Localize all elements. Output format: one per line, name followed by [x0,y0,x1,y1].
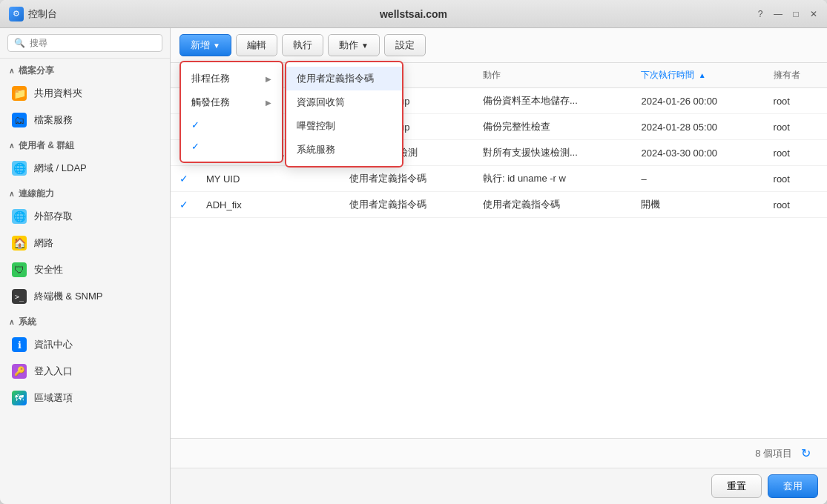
row-owner: root [765,192,827,218]
sidebar-item-domain-ldap[interactable]: 🌐 網域 / LDAP [0,155,170,182]
sidebar-item-external-access[interactable]: 🌐 外部存取 [0,203,170,230]
run-button-label: 執行 [293,39,312,52]
edit-button[interactable]: 編輯 [236,34,277,56]
row-next-run: 2024-03-30 00:00 [632,140,764,166]
section-header-connectivity[interactable]: ∧ 連線能力 [0,182,170,203]
submenu-item-label: 嗶聲控制 [297,120,335,131]
network-icon: 🏠 [12,236,27,251]
submenu-item-beep-control[interactable]: 嗶聲控制 [286,114,402,138]
sort-arrow-icon: ▲ [699,71,706,79]
add-button[interactable]: 新增 ▼ [179,34,231,56]
sidebar-item-terminal-snmp[interactable]: >_ 終端機 & SNMP [0,283,170,310]
section-label-file-share: 檔案分享 [19,64,54,77]
login-portal-icon: 🔑 [12,364,27,379]
row-owner: root [765,140,827,166]
action-button[interactable]: 動作 ▼ [328,34,380,56]
row-name: MY UID [197,166,340,192]
sidebar-item-login-portal[interactable]: 🔑 登入入口 [0,358,170,385]
row-action: 備份完整性檢查 [474,114,633,140]
row-type: 使用者定義指令碼 [340,192,474,218]
dropdown-item-label: 排程任務 [191,72,230,85]
terminal-icon: >_ [12,289,27,304]
dropdown-item-scheduled-task[interactable]: 排程任務 ▶ [181,67,282,90]
row-owner: root [765,114,827,140]
search-input-wrap[interactable]: 🔍 [7,34,162,52]
sidebar-item-label: 檔案服務 [34,113,73,127]
chevron-right-icon: ▶ [266,99,271,107]
sidebar-item-label: 登入入口 [34,365,73,378]
sidebar-item-label: 區域選項 [34,391,73,405]
section-header-system[interactable]: ∧ 系統 [0,310,170,331]
table-row[interactable]: ✓ ADH_fix 使用者定義指令碼 使用者定義指令碼 開機 root [171,192,827,218]
row-next-run: 2024-01-28 05:00 [632,114,764,140]
add-dropdown-container: 排程任務 ▶ 觸發任務 ▶ ✓ ✓ [179,61,283,163]
submenu-item-system-service[interactable]: 系統服務 [286,138,402,162]
row-name: ADH_fix [197,192,340,218]
content-area: 新增 ▼ 編輯 執行 動作 ▼ 設定 [171,28,827,504]
section-label-connectivity: 連線能力 [19,188,54,200]
row-check: ✓ [171,166,197,192]
section-header-file-share[interactable]: ∧ 檔案分享 [0,59,170,80]
add-chevron-icon: ▼ [213,42,220,50]
apply-button[interactable]: 套用 [768,474,818,498]
reset-button[interactable]: 重置 [711,474,762,498]
item-count: 8 個項目 [182,447,792,460]
sidebar: 🔍 ∧ 檔案分享 📁 共用資料夾 🗂 檔案服務 ∧ 使用者 & 群組 [0,28,171,504]
action-chevron-icon: ▼ [361,42,369,50]
app-name: 控制台 [28,7,57,21]
main-window: ⚙ 控制台 wellstsai.com ? — □ ✕ 🔍 ∧ [0,0,827,504]
action-bar: 重置 套用 [171,468,827,504]
refresh-button[interactable]: ↻ [797,445,815,462]
sidebar-item-file-service[interactable]: 🗂 檔案服務 [0,107,170,133]
minimize-button[interactable]: — [772,8,784,20]
chevron-right-icon: ∧ [9,142,14,150]
chevron-down-icon: ∧ [9,190,14,198]
search-input[interactable] [30,38,156,48]
app-icon: ⚙ [9,7,24,21]
dropdown-item-check2[interactable]: ✓ [181,136,282,157]
dropdown-item-check1[interactable]: ✓ [181,114,282,136]
chevron-down-icon: ∧ [9,67,14,75]
row-owner: root [765,88,827,114]
info-center-icon: ℹ [12,337,27,352]
check-icon: ✓ [191,119,202,130]
submenu-item-label: 系統服務 [297,144,335,155]
section-header-user-group[interactable]: ∧ 使用者 & 群組 [0,133,170,155]
table-row[interactable]: ✓ MY UID 使用者定義指令碼 執行: id uname -r w – ro… [171,166,827,192]
toolbar: 新增 ▼ 編輯 執行 動作 ▼ 設定 [171,28,827,63]
sidebar-item-network[interactable]: 🏠 網路 [0,230,170,256]
settings-button[interactable]: 設定 [384,34,426,56]
sidebar-item-info-center[interactable]: ℹ 資訊中心 [0,331,170,358]
domain-ldap-icon: 🌐 [12,161,27,176]
sidebar-item-shared-folder[interactable]: 📁 共用資料夾 [0,80,170,107]
section-label-user-group: 使用者 & 群組 [19,139,74,152]
table-footer: 8 個項目 ↻ [171,438,827,468]
maximize-button[interactable]: □ [790,8,802,20]
search-icon: 🔍 [14,38,25,48]
submenu-item-label: 使用者定義指令碼 [297,73,374,84]
submenu-item-recycle-bin[interactable]: 資源回收筒 [286,90,402,114]
submenu-item-user-defined-script[interactable]: 使用者定義指令碼 [286,67,402,90]
sidebar-item-label: 安全性 [34,263,63,276]
col-header-owner: 擁有者 [765,63,827,88]
file-service-icon: 🗂 [12,113,27,127]
app-identity: ⚙ 控制台 [9,7,57,21]
help-button[interactable]: ? [754,8,766,20]
close-button[interactable]: ✕ [808,8,820,20]
dropdown-item-triggered-task[interactable]: 觸發任務 ▶ [181,90,282,114]
security-icon: 🛡 [12,262,27,277]
row-next-run: – [632,166,764,192]
row-action: 執行: id uname -r w [474,166,633,192]
region-icon: 🗺 [12,391,27,405]
col-header-next-run[interactable]: 下次執行時間 ▲ [632,63,764,88]
shared-folder-icon: 📁 [12,86,27,101]
check-icon: ✓ [191,141,202,152]
submenu-item-label: 資源回收筒 [297,96,345,107]
row-action: 對所有支援快速檢測... [474,140,633,166]
sidebar-item-region[interactable]: 🗺 區域選項 [0,385,170,411]
sidebar-search-area: 🔍 [0,28,170,59]
settings-button-label: 設定 [395,39,415,52]
section-label-system: 系統 [19,316,36,328]
run-button[interactable]: 執行 [282,34,323,56]
sidebar-item-security[interactable]: 🛡 安全性 [0,256,170,283]
